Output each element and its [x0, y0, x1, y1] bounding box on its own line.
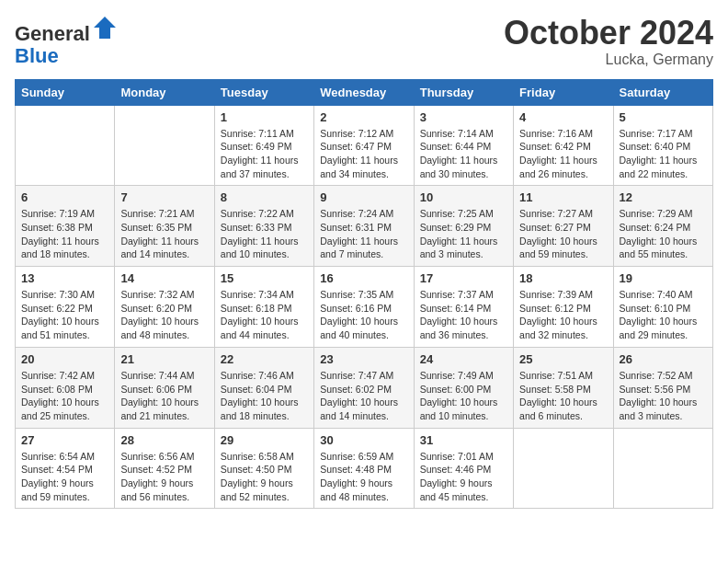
day-number: 31 — [420, 433, 507, 447]
calendar-cell: 13Sunrise: 7:30 AM Sunset: 6:22 PM Dayli… — [16, 267, 115, 348]
logo: General Blue — [15, 15, 118, 67]
calendar-cell: 26Sunrise: 7:52 AM Sunset: 5:56 PM Dayli… — [613, 347, 712, 428]
calendar-cell: 3Sunrise: 7:14 AM Sunset: 6:44 PM Daylig… — [414, 105, 513, 186]
calendar-cell: 22Sunrise: 7:46 AM Sunset: 6:04 PM Dayli… — [214, 347, 313, 428]
day-number: 9 — [320, 190, 407, 204]
day-detail: Sunrise: 6:54 AM Sunset: 4:54 PM Dayligh… — [21, 450, 108, 504]
day-detail: Sunrise: 6:56 AM Sunset: 4:52 PM Dayligh… — [120, 450, 208, 504]
day-number: 28 — [120, 433, 208, 447]
month-title: October 2024 — [504, 15, 713, 52]
calendar-cell: 2Sunrise: 7:12 AM Sunset: 6:47 PM Daylig… — [314, 105, 414, 186]
day-number: 17 — [420, 271, 507, 285]
day-number: 23 — [320, 352, 407, 366]
weekday-header-saturday: Saturday — [613, 79, 712, 105]
calendar-cell: 5Sunrise: 7:17 AM Sunset: 6:40 PM Daylig… — [613, 105, 712, 186]
calendar-cell: 18Sunrise: 7:39 AM Sunset: 6:12 PM Dayli… — [514, 267, 613, 348]
day-number: 11 — [519, 190, 607, 204]
calendar-cell: 25Sunrise: 7:51 AM Sunset: 5:58 PM Dayli… — [514, 347, 613, 428]
day-detail: Sunrise: 7:35 AM Sunset: 6:16 PM Dayligh… — [320, 288, 407, 342]
calendar-cell: 20Sunrise: 7:42 AM Sunset: 6:08 PM Dayli… — [16, 347, 115, 428]
day-detail: Sunrise: 7:17 AM Sunset: 6:40 PM Dayligh… — [620, 127, 707, 181]
calendar-cell: 27Sunrise: 6:54 AM Sunset: 4:54 PM Dayli… — [16, 428, 115, 509]
weekday-header-wednesday: Wednesday — [314, 79, 414, 105]
day-number: 16 — [320, 271, 407, 285]
location-text: Lucka, Germany — [504, 52, 713, 68]
svg-marker-0 — [94, 17, 116, 39]
calendar-cell — [115, 105, 214, 186]
title-block: October 2024 Lucka, Germany — [504, 15, 713, 68]
day-detail: Sunrise: 7:16 AM Sunset: 6:42 PM Dayligh… — [519, 127, 607, 181]
week-row-2: 6Sunrise: 7:19 AM Sunset: 6:38 PM Daylig… — [16, 186, 713, 267]
calendar-cell: 9Sunrise: 7:24 AM Sunset: 6:31 PM Daylig… — [314, 186, 414, 267]
calendar-cell: 31Sunrise: 7:01 AM Sunset: 4:46 PM Dayli… — [414, 428, 513, 509]
day-number: 10 — [420, 190, 507, 204]
day-detail: Sunrise: 7:29 AM Sunset: 6:24 PM Dayligh… — [620, 207, 707, 261]
day-number: 24 — [420, 352, 507, 366]
weekday-header-monday: Monday — [115, 79, 214, 105]
weekday-header-row: SundayMondayTuesdayWednesdayThursdayFrid… — [16, 79, 713, 105]
day-number: 2 — [320, 110, 407, 124]
day-detail: Sunrise: 7:14 AM Sunset: 6:44 PM Dayligh… — [420, 127, 507, 181]
calendar-cell: 19Sunrise: 7:40 AM Sunset: 6:10 PM Dayli… — [613, 267, 712, 348]
calendar-cell: 28Sunrise: 6:56 AM Sunset: 4:52 PM Dayli… — [115, 428, 214, 509]
calendar-cell: 24Sunrise: 7:49 AM Sunset: 6:00 PM Dayli… — [414, 347, 513, 428]
calendar-cell: 11Sunrise: 7:27 AM Sunset: 6:27 PM Dayli… — [514, 186, 613, 267]
weekday-header-thursday: Thursday — [414, 79, 513, 105]
calendar-cell: 30Sunrise: 6:59 AM Sunset: 4:48 PM Dayli… — [314, 428, 414, 509]
day-detail: Sunrise: 7:44 AM Sunset: 6:06 PM Dayligh… — [120, 369, 208, 423]
day-number: 22 — [221, 352, 308, 366]
day-number: 14 — [120, 271, 208, 285]
weekday-header-sunday: Sunday — [16, 79, 115, 105]
weekday-header-tuesday: Tuesday — [214, 79, 313, 105]
day-detail: Sunrise: 7:39 AM Sunset: 6:12 PM Dayligh… — [519, 288, 607, 342]
calendar-cell: 6Sunrise: 7:19 AM Sunset: 6:38 PM Daylig… — [16, 186, 115, 267]
calendar-cell: 1Sunrise: 7:11 AM Sunset: 6:49 PM Daylig… — [214, 105, 313, 186]
calendar-cell: 29Sunrise: 6:58 AM Sunset: 4:50 PM Dayli… — [214, 428, 313, 509]
week-row-1: 1Sunrise: 7:11 AM Sunset: 6:49 PM Daylig… — [16, 105, 713, 186]
calendar-cell: 8Sunrise: 7:22 AM Sunset: 6:33 PM Daylig… — [214, 186, 313, 267]
day-detail: Sunrise: 7:52 AM Sunset: 5:56 PM Dayligh… — [620, 369, 707, 423]
calendar-body: 1Sunrise: 7:11 AM Sunset: 6:49 PM Daylig… — [16, 105, 713, 509]
day-detail: Sunrise: 7:19 AM Sunset: 6:38 PM Dayligh… — [21, 207, 108, 261]
day-detail: Sunrise: 7:34 AM Sunset: 6:18 PM Dayligh… — [221, 288, 308, 342]
day-number: 21 — [120, 352, 208, 366]
day-number: 4 — [519, 110, 607, 124]
logo-icon — [92, 15, 118, 40]
day-detail: Sunrise: 7:51 AM Sunset: 5:58 PM Dayligh… — [519, 369, 607, 423]
day-detail: Sunrise: 7:42 AM Sunset: 6:08 PM Dayligh… — [21, 369, 108, 423]
week-row-3: 13Sunrise: 7:30 AM Sunset: 6:22 PM Dayli… — [16, 267, 713, 348]
day-number: 5 — [620, 110, 707, 124]
day-number: 29 — [221, 433, 308, 447]
calendar-cell: 23Sunrise: 7:47 AM Sunset: 6:02 PM Dayli… — [314, 347, 414, 428]
day-number: 19 — [620, 271, 707, 285]
day-detail: Sunrise: 7:46 AM Sunset: 6:04 PM Dayligh… — [221, 369, 308, 423]
calendar-cell: 17Sunrise: 7:37 AM Sunset: 6:14 PM Dayli… — [414, 267, 513, 348]
day-number: 18 — [519, 271, 607, 285]
day-number: 15 — [221, 271, 308, 285]
day-number: 30 — [320, 433, 407, 447]
day-detail: Sunrise: 7:49 AM Sunset: 6:00 PM Dayligh… — [420, 369, 507, 423]
day-detail: Sunrise: 7:27 AM Sunset: 6:27 PM Dayligh… — [519, 207, 607, 261]
calendar-cell: 14Sunrise: 7:32 AM Sunset: 6:20 PM Dayli… — [115, 267, 214, 348]
day-number: 27 — [21, 433, 108, 447]
calendar-cell: 4Sunrise: 7:16 AM Sunset: 6:42 PM Daylig… — [514, 105, 613, 186]
week-row-5: 27Sunrise: 6:54 AM Sunset: 4:54 PM Dayli… — [16, 428, 713, 509]
calendar-cell — [16, 105, 115, 186]
calendar-cell: 10Sunrise: 7:25 AM Sunset: 6:29 PM Dayli… — [414, 186, 513, 267]
day-number: 7 — [120, 190, 208, 204]
day-detail: Sunrise: 7:25 AM Sunset: 6:29 PM Dayligh… — [420, 207, 507, 261]
page-header: General Blue October 2024 Lucka, Germany — [15, 15, 713, 68]
day-number: 13 — [21, 271, 108, 285]
day-number: 26 — [620, 352, 707, 366]
calendar-cell — [613, 428, 712, 509]
weekday-header-friday: Friday — [514, 79, 613, 105]
day-detail: Sunrise: 7:11 AM Sunset: 6:49 PM Dayligh… — [221, 127, 308, 181]
day-detail: Sunrise: 7:32 AM Sunset: 6:20 PM Dayligh… — [120, 288, 208, 342]
logo-general-text: General — [15, 22, 90, 45]
calendar-cell: 21Sunrise: 7:44 AM Sunset: 6:06 PM Dayli… — [115, 347, 214, 428]
logo-blue-text: Blue — [15, 44, 59, 67]
day-number: 6 — [21, 190, 108, 204]
day-detail: Sunrise: 7:21 AM Sunset: 6:35 PM Dayligh… — [120, 207, 208, 261]
day-detail: Sunrise: 6:58 AM Sunset: 4:50 PM Dayligh… — [221, 450, 308, 504]
calendar-cell — [514, 428, 613, 509]
